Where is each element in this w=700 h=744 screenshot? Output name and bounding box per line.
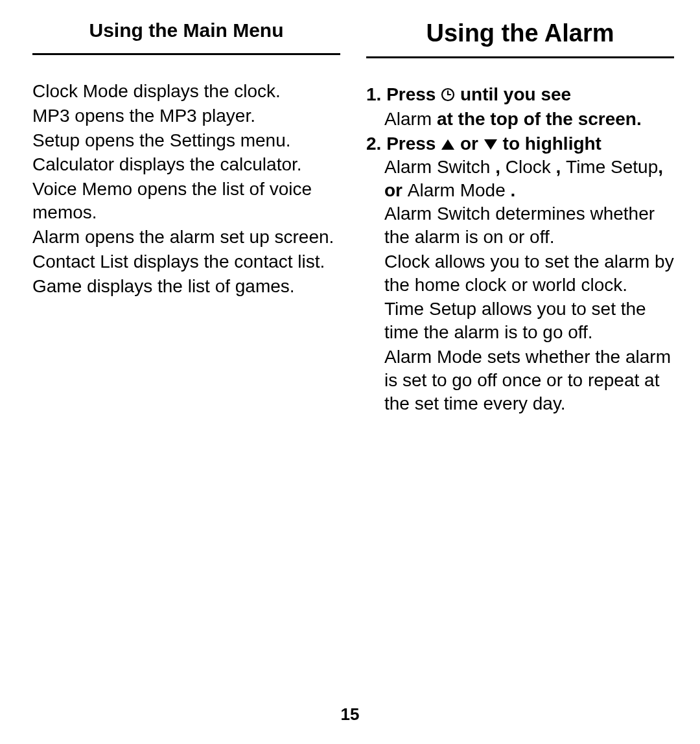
period: . [511, 180, 516, 200]
step-text: Press [386, 84, 441, 104]
step-text: Press [386, 134, 441, 154]
step-text: to highlight [498, 134, 601, 154]
paragraph: Alarm opens the alarm set up screen. [32, 226, 340, 249]
step-item: Time Setup [566, 157, 658, 177]
paragraph: MP3 opens the MP3 player. [32, 104, 340, 128]
left-column: Using the Main Menu Clock Mode displays … [32, 19, 340, 417]
svg-marker-3 [441, 139, 454, 150]
paragraph: Setup opens the Settings menu. [32, 129, 340, 152]
manual-page: Using the Main Menu Clock Mode displays … [0, 0, 700, 417]
paragraph: Clock allows you to set the alarm by the… [384, 250, 674, 297]
left-header: Using the Main Menu [32, 19, 340, 55]
left-body: Clock Mode displays the clock. MP3 opens… [32, 80, 340, 297]
down-triangle-icon [484, 133, 498, 156]
paragraph: Alarm Mode sets whether the alarm is set… [384, 345, 674, 415]
right-column: Using the Alarm 1. Press until you see A… [366, 19, 674, 417]
page-number: 15 [0, 704, 700, 725]
step-2: 2. Press or to highlight Alarm Switch , … [366, 132, 674, 415]
svg-marker-4 [484, 139, 497, 150]
step-item: Alarm [384, 109, 432, 129]
right-header: Using the Alarm [366, 19, 674, 58]
step-number: 1. [366, 84, 381, 104]
step-text: at the top of the screen. [432, 109, 642, 129]
paragraph: Clock Mode displays the clock. [32, 80, 340, 103]
paragraph: Game displays the list of games. [32, 275, 340, 298]
step-item: Alarm Switch [384, 157, 495, 177]
comma: , [556, 157, 566, 177]
clock-icon [441, 84, 455, 108]
paragraph: Time Setup allows you to set the time th… [384, 297, 674, 344]
step-text: until you see [455, 84, 571, 104]
step-number: 2. [366, 134, 381, 154]
up-triangle-icon [441, 133, 455, 156]
step-text: or [455, 134, 484, 154]
paragraph: Contact List displays the contact list. [32, 250, 340, 273]
comma: , [495, 157, 506, 177]
step-item: Clock [506, 157, 556, 177]
paragraph: Alarm Switch determines whether the alar… [384, 202, 674, 249]
step-item: Alarm Mode [408, 180, 511, 200]
step-1: 1. Press until you see Alarm at the top … [366, 83, 674, 131]
paragraph: Calculator displays the calculator. [32, 153, 340, 176]
paragraph: Voice Memo opens the list of voice memos… [32, 178, 340, 224]
right-body: 1. Press until you see Alarm at the top … [366, 83, 674, 415]
